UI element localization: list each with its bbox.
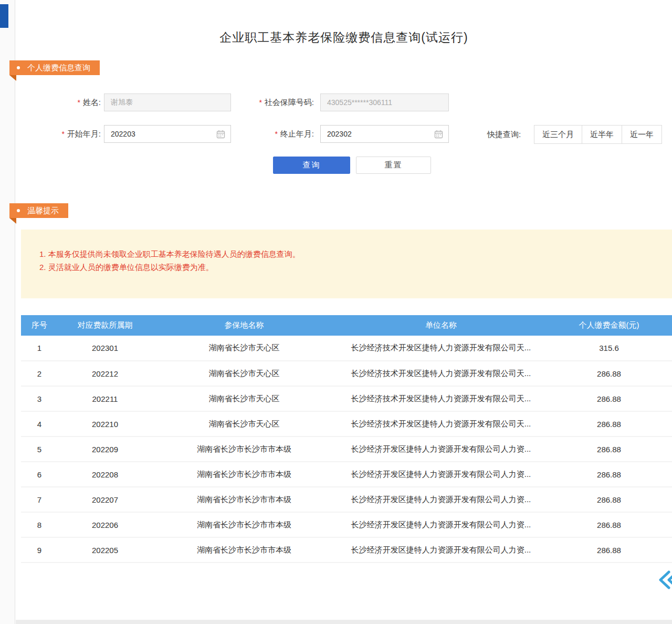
calendar-icon [216,130,225,139]
table-row: 4202210湖南省长沙市天心区长沙经济技术开发区捷特人力资源开发有限公司天..… [21,411,672,436]
ssn-input[interactable] [320,93,449,111]
quick-query-label: 快捷查询: [487,125,531,144]
table-cell: 286.88 [546,386,672,411]
table-cell: 长沙经济开发区捷特人力资源开发有限公司人力资... [336,487,546,512]
quick-last-year-button[interactable]: 近一年 [622,125,662,144]
name-label: *姓名: [42,93,101,111]
table-cell: 长沙经济技术开发区捷特人力资源开发有限公司天... [336,361,546,386]
header-insured-place: 参保地名称 [152,315,336,336]
table-cell: 1 [21,336,58,361]
name-input[interactable] [104,93,231,111]
calendar-icon [434,130,443,139]
section-badge-tips: 温馨提示 [9,203,68,218]
table-cell: 286.88 [546,411,672,436]
table-cell: 202208 [58,462,152,487]
double-chevron-left-icon[interactable] [657,570,672,590]
header-amount: 个人缴费金额(元) [546,315,672,336]
table-cell: 286.88 [546,487,672,512]
table-cell: 2 [21,361,58,386]
table-row: 6202208湖南省长沙市长沙市市本级长沙经济开发区捷特人力资源开发有限公司人力… [21,462,672,487]
start-month-input[interactable]: 202203 [104,125,231,143]
table-cell: 长沙经济技术开发区捷特人力资源开发有限公司天... [336,386,546,411]
quick-last-half-year-button[interactable]: 近半年 [582,125,622,144]
query-button[interactable]: 查询 [273,157,350,174]
table-cell: 长沙经济开发区捷特人力资源开发有限公司人力资... [336,462,546,487]
table-cell: 长沙经济技术开发区捷特人力资源开发有限公司天... [336,336,546,361]
start-month-label: *开始年月: [42,125,101,143]
notice-line-2: 2. 灵活就业人员的缴费单位信息以实际缴费为准。 [39,261,672,274]
table-cell: 湖南省长沙市长沙市市本级 [152,487,336,512]
table-cell: 202301 [58,336,152,361]
quick-query-group: 近三个月 近半年 近一年 [534,125,662,144]
results-table: 序号 对应费款所属期 参保地名称 单位名称 个人缴费金额(元) 1202301湖… [21,315,672,563]
table-cell: 202206 [58,512,152,537]
table-cell: 202210 [58,411,152,436]
table-cell: 7 [21,487,58,512]
table-row: 5202209湖南省长沙市长沙市市本级长沙经济开发区捷特人力资源开发有限公司人力… [21,436,672,462]
bullet-icon [17,209,20,212]
required-asterisk: * [77,98,80,107]
table-cell: 8 [21,512,58,537]
required-asterisk: * [275,130,277,138]
bullet-icon [17,66,20,69]
notice-box: 1. 本服务仅提供尚未领取企业职工基本养老保险待遇人员的缴费信息查询。 2. 灵… [21,230,672,298]
reset-button[interactable]: 重置 [356,157,431,174]
section-badge-label: 个人缴费信息查询 [27,63,90,73]
table-cell: 湖南省长沙市天心区 [152,411,336,436]
table-cell: 286.88 [546,361,672,386]
ssn-label: *社会保障号码: [239,93,314,111]
header-seq: 序号 [21,315,58,336]
notice-line-1: 1. 本服务仅提供尚未领取企业职工基本养老保险待遇人员的缴费信息查询。 [39,247,672,261]
table-cell: 湖南省长沙市长沙市市本级 [152,462,336,487]
table-cell: 长沙经济开发区捷特人力资源开发有限公司人力资... [336,512,546,537]
required-asterisk: * [259,98,261,107]
required-asterisk: * [61,130,64,138]
results-table-body: 1202301湖南省长沙市天心区长沙经济技术开发区捷特人力资源开发有限公司天..… [21,336,672,563]
table-cell: 湖南省长沙市长沙市市本级 [152,512,336,537]
quick-last-3-months-button[interactable]: 近三个月 [534,125,582,144]
bottom-strip [16,620,672,624]
page-title: 企业职工基本养老保险缴费信息查询(试运行) [16,29,672,46]
table-cell: 315.6 [546,336,672,361]
table-row: 3202211湖南省长沙市天心区长沙经济技术开发区捷特人力资源开发有限公司天..… [21,386,672,411]
table-header-row: 序号 对应费款所属期 参保地名称 单位名称 个人缴费金额(元) [21,315,672,336]
sidebar-accent-block [0,4,8,28]
table-cell: 9 [21,537,58,563]
table-cell: 湖南省长沙市天心区 [152,336,336,361]
table-cell: 长沙经济开发区捷特人力资源开发有限公司人力资... [336,537,546,563]
table-cell: 湖南省长沙市天心区 [152,361,336,386]
end-month-label: *终止年月: [239,125,314,143]
header-employer: 单位名称 [336,315,546,336]
table-row: 9202205湖南省长沙市长沙市市本级长沙经济开发区捷特人力资源开发有限公司人力… [21,537,672,563]
ribbon-fold [9,218,16,224]
start-month-value: 202203 [111,130,135,138]
table-cell: 3 [21,386,58,411]
table-cell: 286.88 [546,512,672,537]
header-period: 对应费款所属期 [58,315,152,336]
section-badge-label: 温馨提示 [27,206,59,216]
table-cell: 4 [21,411,58,436]
ribbon-fold [9,75,16,81]
table-cell: 202205 [58,537,152,563]
table-cell: 286.88 [546,436,672,462]
table-cell: 5 [21,436,58,462]
table-cell: 长沙经济技术开发区捷特人力资源开发有限公司天... [336,411,546,436]
table-row: 2202212湖南省长沙市天心区长沙经济技术开发区捷特人力资源开发有限公司天..… [21,361,672,386]
table-cell: 湖南省长沙市长沙市市本级 [152,537,336,563]
table-cell: 286.88 [546,537,672,563]
table-row: 7202207湖南省长沙市长沙市市本级长沙经济开发区捷特人力资源开发有限公司人力… [21,487,672,512]
table-cell: 6 [21,462,58,487]
table-cell: 202212 [58,361,152,386]
end-month-input[interactable]: 202302 [320,125,449,143]
table-cell: 202207 [58,487,152,512]
table-cell: 286.88 [546,462,672,487]
table-cell: 湖南省长沙市天心区 [152,386,336,411]
left-panel-edge [0,0,15,624]
section-badge-personal-query: 个人缴费信息查询 [9,60,100,75]
table-cell: 202211 [58,386,152,411]
table-cell: 湖南省长沙市长沙市市本级 [152,436,336,462]
table-row: 8202206湖南省长沙市长沙市市本级长沙经济开发区捷特人力资源开发有限公司人力… [21,512,672,537]
table-cell: 202209 [58,436,152,462]
end-month-value: 202302 [327,130,352,138]
table-row: 1202301湖南省长沙市天心区长沙经济技术开发区捷特人力资源开发有限公司天..… [21,336,672,361]
